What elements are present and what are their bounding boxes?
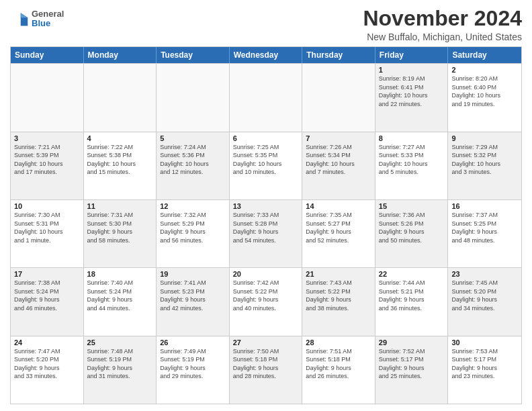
day-number: 20	[233, 270, 299, 278]
day-info: Sunrise: 7:27 AM Sunset: 5:33 PM Dayligh…	[379, 143, 445, 177]
day-number: 3	[14, 134, 80, 142]
header-day-tuesday: Tuesday	[157, 47, 230, 63]
day-info: Sunrise: 7:36 AM Sunset: 5:26 PM Dayligh…	[379, 211, 445, 244]
day-number: 25	[87, 338, 153, 347]
day-info: Sunrise: 8:20 AM Sunset: 6:40 PM Dayligh…	[451, 75, 518, 108]
day-number: 17	[14, 270, 80, 278]
day-cell-4: 4Sunrise: 7:22 AM Sunset: 5:38 PM Daylig…	[84, 132, 157, 199]
day-info: Sunrise: 7:50 AM Sunset: 5:18 PM Dayligh…	[233, 347, 299, 381]
month-title: November 2024	[363, 7, 522, 30]
day-cell-27: 27Sunrise: 7:50 AM Sunset: 5:18 PM Dayli…	[230, 336, 303, 404]
calendar-row-0: 1Sunrise: 8:19 AM Sunset: 6:41 PM Daylig…	[11, 63, 521, 131]
day-number: 4	[87, 134, 153, 142]
day-info: Sunrise: 7:30 AM Sunset: 5:31 PM Dayligh…	[14, 211, 80, 244]
day-number: 8	[379, 134, 445, 142]
day-number: 30	[451, 338, 518, 347]
day-number: 9	[451, 134, 518, 142]
day-number: 18	[87, 270, 153, 278]
day-cell-29: 29Sunrise: 7:52 AM Sunset: 5:17 PM Dayli…	[375, 336, 449, 404]
calendar-row-4: 24Sunrise: 7:47 AM Sunset: 5:20 PM Dayli…	[11, 336, 521, 404]
empty-cell-0-2	[157, 64, 230, 131]
day-cell-6: 6Sunrise: 7:25 AM Sunset: 5:35 PM Daylig…	[230, 132, 303, 199]
day-cell-14: 14Sunrise: 7:35 AM Sunset: 5:27 PM Dayli…	[302, 200, 375, 267]
header-day-wednesday: Wednesday	[230, 47, 303, 63]
day-number: 6	[233, 134, 299, 142]
day-cell-16: 16Sunrise: 7:37 AM Sunset: 5:25 PM Dayli…	[448, 200, 521, 267]
day-info: Sunrise: 7:49 AM Sunset: 5:19 PM Dayligh…	[160, 347, 226, 381]
day-cell-5: 5Sunrise: 7:24 AM Sunset: 5:36 PM Daylig…	[157, 132, 230, 199]
logo-general: General	[32, 9, 64, 19]
day-number: 10	[14, 202, 80, 210]
day-number: 21	[306, 270, 371, 278]
day-cell-25: 25Sunrise: 7:48 AM Sunset: 5:19 PM Dayli…	[84, 336, 157, 404]
day-cell-30: 30Sunrise: 7:53 AM Sunset: 5:17 PM Dayli…	[448, 336, 521, 404]
day-number: 26	[160, 338, 226, 347]
day-info: Sunrise: 7:53 AM Sunset: 5:17 PM Dayligh…	[451, 347, 518, 381]
title-area: November 2024 New Buffalo, Michigan, Uni…	[363, 7, 522, 42]
logo: General Blue	[10, 9, 64, 29]
day-info: Sunrise: 7:35 AM Sunset: 5:27 PM Dayligh…	[306, 211, 371, 244]
day-info: Sunrise: 7:29 AM Sunset: 5:32 PM Dayligh…	[451, 143, 518, 177]
day-info: Sunrise: 7:38 AM Sunset: 5:24 PM Dayligh…	[14, 279, 80, 312]
calendar-row-3: 17Sunrise: 7:38 AM Sunset: 5:24 PM Dayli…	[11, 267, 521, 335]
header-day-monday: Monday	[84, 47, 157, 63]
day-number: 19	[160, 270, 226, 278]
day-info: Sunrise: 7:24 AM Sunset: 5:36 PM Dayligh…	[160, 143, 226, 177]
empty-cell-0-0	[11, 64, 84, 131]
calendar: SundayMondayTuesdayWednesdayThursdayFrid…	[10, 46, 522, 404]
day-cell-11: 11Sunrise: 7:31 AM Sunset: 5:30 PM Dayli…	[84, 200, 157, 267]
day-cell-24: 24Sunrise: 7:47 AM Sunset: 5:20 PM Dayli…	[11, 336, 84, 404]
day-cell-21: 21Sunrise: 7:43 AM Sunset: 5:22 PM Dayli…	[302, 268, 375, 335]
day-number: 23	[451, 270, 518, 278]
day-number: 27	[233, 338, 299, 347]
day-info: Sunrise: 7:42 AM Sunset: 5:22 PM Dayligh…	[233, 279, 299, 312]
day-info: Sunrise: 7:52 AM Sunset: 5:17 PM Dayligh…	[379, 347, 445, 381]
day-info: Sunrise: 7:25 AM Sunset: 5:35 PM Dayligh…	[233, 143, 299, 177]
day-number: 28	[306, 338, 371, 347]
logo-blue: Blue	[32, 19, 64, 28]
day-cell-19: 19Sunrise: 7:41 AM Sunset: 5:23 PM Dayli…	[157, 268, 230, 335]
logo-icon	[10, 9, 29, 28]
day-cell-17: 17Sunrise: 7:38 AM Sunset: 5:24 PM Dayli…	[11, 268, 84, 335]
day-cell-28: 28Sunrise: 7:51 AM Sunset: 5:18 PM Dayli…	[302, 336, 375, 404]
day-number: 29	[379, 338, 445, 347]
header-day-saturday: Saturday	[448, 47, 521, 63]
day-cell-10: 10Sunrise: 7:30 AM Sunset: 5:31 PM Dayli…	[11, 200, 84, 267]
day-cell-23: 23Sunrise: 7:45 AM Sunset: 5:20 PM Dayli…	[448, 268, 521, 335]
day-info: Sunrise: 7:22 AM Sunset: 5:38 PM Dayligh…	[87, 143, 153, 177]
day-number: 24	[14, 338, 80, 347]
day-number: 5	[160, 134, 226, 142]
calendar-body: 1Sunrise: 8:19 AM Sunset: 6:41 PM Daylig…	[11, 63, 521, 404]
day-info: Sunrise: 7:44 AM Sunset: 5:21 PM Dayligh…	[379, 279, 445, 312]
day-cell-15: 15Sunrise: 7:36 AM Sunset: 5:26 PM Dayli…	[375, 200, 449, 267]
day-number: 15	[379, 202, 445, 210]
day-number: 1	[379, 66, 445, 74]
day-info: Sunrise: 7:41 AM Sunset: 5:23 PM Dayligh…	[160, 279, 226, 312]
page: General Blue November 2024 New Buffalo, …	[0, 0, 532, 411]
location: New Buffalo, Michigan, United States	[363, 32, 522, 42]
day-info: Sunrise: 7:33 AM Sunset: 5:28 PM Dayligh…	[233, 211, 299, 244]
day-info: Sunrise: 7:31 AM Sunset: 5:30 PM Dayligh…	[87, 211, 153, 244]
day-info: Sunrise: 7:45 AM Sunset: 5:20 PM Dayligh…	[451, 279, 518, 312]
day-cell-1: 1Sunrise: 8:19 AM Sunset: 6:41 PM Daylig…	[375, 64, 449, 131]
day-cell-22: 22Sunrise: 7:44 AM Sunset: 5:21 PM Dayli…	[375, 268, 449, 335]
day-cell-9: 9Sunrise: 7:29 AM Sunset: 5:32 PM Daylig…	[448, 132, 521, 199]
day-number: 2	[451, 66, 518, 74]
day-number: 16	[451, 202, 518, 210]
header: General Blue November 2024 New Buffalo, …	[10, 7, 522, 42]
day-number: 7	[306, 134, 371, 142]
day-number: 14	[306, 202, 371, 210]
day-info: Sunrise: 7:48 AM Sunset: 5:19 PM Dayligh…	[87, 347, 153, 381]
day-info: Sunrise: 7:43 AM Sunset: 5:22 PM Dayligh…	[306, 279, 371, 312]
logo-text: General Blue	[32, 9, 64, 29]
day-cell-7: 7Sunrise: 7:26 AM Sunset: 5:34 PM Daylig…	[302, 132, 375, 199]
day-info: Sunrise: 7:47 AM Sunset: 5:20 PM Dayligh…	[14, 347, 80, 381]
empty-cell-0-1	[84, 64, 157, 131]
day-number: 12	[160, 202, 226, 210]
header-day-sunday: Sunday	[11, 47, 84, 63]
day-info: Sunrise: 7:32 AM Sunset: 5:29 PM Dayligh…	[160, 211, 226, 244]
day-cell-12: 12Sunrise: 7:32 AM Sunset: 5:29 PM Dayli…	[157, 200, 230, 267]
day-info: Sunrise: 7:51 AM Sunset: 5:18 PM Dayligh…	[306, 347, 371, 381]
day-number: 13	[233, 202, 299, 210]
header-day-friday: Friday	[375, 47, 449, 63]
